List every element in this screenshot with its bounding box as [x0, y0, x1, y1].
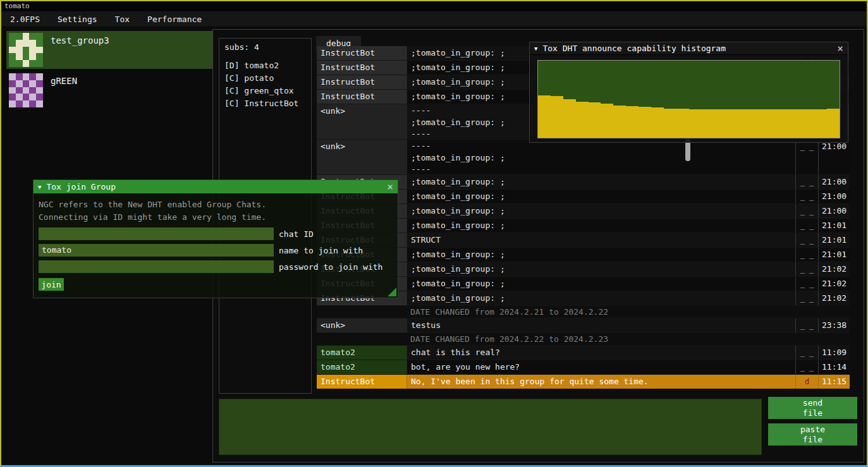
avatar-pixel	[23, 40, 30, 47]
subs-member[interactable]: [C] green_qtox	[224, 85, 306, 97]
paste-file-button[interactable]: paste file	[768, 423, 857, 446]
message-input[interactable]	[219, 399, 762, 455]
avatar-pixel	[36, 33, 43, 40]
avatar-pixel	[23, 60, 30, 67]
chat-row: tomato2 bot, are you new here? _ _ 11:14	[317, 360, 850, 375]
avatar-pixel	[36, 60, 43, 67]
avatar-pixel	[23, 73, 30, 80]
join-name-input[interactable]: tomato	[39, 244, 274, 257]
histogram-bar	[551, 96, 563, 138]
avatar-pixel	[29, 100, 36, 107]
join-window-title: Tox join Group	[46, 182, 387, 191]
subs-member[interactable]: [C] potato	[224, 72, 306, 85]
avatar-pixel	[29, 87, 36, 94]
chat-row-message: ;tomato_in_group: ;	[406, 262, 795, 276]
avatar-pixel	[36, 47, 43, 54]
join-button[interactable]: join	[39, 278, 64, 291]
avatar-pixel	[23, 87, 30, 94]
chat-row-message: ;tomato_in_group: ;	[406, 277, 795, 291]
chat-row-time: 21:00	[818, 190, 850, 203]
histogram-bar	[651, 107, 664, 138]
histogram-bar	[802, 109, 814, 138]
menubar: 2.0FPSSettingsToxPerformance	[1, 11, 867, 27]
chat-row-message: testus	[406, 318, 795, 332]
chat-row-message: chat is this real?	[406, 346, 795, 360]
chat-row: <unk> ---- ;tomato_in_group: ; ---- _ _ …	[317, 140, 850, 175]
chat-row-message: bot, are you new here?	[406, 360, 795, 374]
collapse-icon[interactable]: ▼	[534, 45, 537, 52]
chat-row-author: tomato2	[317, 346, 406, 360]
avatar-pixel	[36, 40, 43, 47]
subs-member[interactable]: [C] InstructBot	[224, 97, 306, 110]
chat-row-time: 21:01	[818, 248, 850, 262]
chat-row-message: ;tomato_in_group: ;	[406, 248, 795, 262]
close-icon[interactable]: ×	[387, 182, 393, 192]
menu-item-performance[interactable]: Performance	[138, 11, 211, 27]
histogram-bar	[626, 106, 639, 138]
date-separator-text: DATE CHANGED from 2024.2.21 to 2024.2.22	[410, 306, 608, 318]
histogram-bar	[676, 109, 689, 138]
chat-row-flags: _ _	[795, 219, 818, 233]
chat-row-message: STRUCT	[406, 233, 795, 247]
chat-id-input[interactable]	[39, 227, 274, 240]
avatar-pixel	[9, 94, 16, 100]
histogram-bar	[538, 95, 551, 138]
avatar-pixel	[9, 33, 16, 40]
histogram-bar	[777, 109, 790, 138]
chat-row: InstructBot No, I've been in this group …	[317, 375, 850, 389]
avatar-pixel	[29, 60, 36, 67]
histogram-bar	[764, 109, 777, 138]
menu-item-2-0fps: 2.0FPS	[1, 11, 49, 27]
histogram-bar	[814, 109, 827, 138]
avatar-pixel	[16, 53, 23, 60]
histogram-bar	[714, 109, 726, 138]
chat-row-author: <unk>	[317, 140, 406, 174]
join-password-input[interactable]	[39, 260, 274, 273]
histogram-bar	[689, 109, 702, 138]
avatar-pixel	[16, 100, 23, 107]
chat-row-time: 11:14	[818, 360, 850, 374]
group-avatar	[9, 73, 43, 107]
app-window: tomato 2.0FPSSettingsToxPerformance test…	[0, 0, 868, 467]
window-title: tomato	[4, 2, 30, 10]
chat-row-flags: _ _	[795, 360, 818, 374]
avatar-pixel	[23, 94, 30, 100]
join-info-line-2: Connecting via ID might take a very long…	[39, 211, 393, 224]
subs-member[interactable]: [D] tomato2	[224, 59, 306, 72]
histogram-window: ▼ Tox DHT announce capability histogram …	[529, 42, 848, 143]
chat-row-time: 21:02	[818, 277, 850, 291]
histogram-bar	[827, 109, 840, 138]
avatar-pixel	[23, 33, 30, 40]
chat-row-flags: _ _	[795, 291, 818, 305]
chat-row-time: 21:02	[818, 291, 850, 305]
menu-item-tox[interactable]: Tox	[106, 11, 138, 27]
histogram-bar	[664, 109, 676, 138]
chat-row-time: 11:15	[818, 375, 850, 389]
histogram-window-titlebar[interactable]: ▼ Tox DHT announce capability histogram …	[530, 42, 848, 55]
sidebar-group-test_group3[interactable]: test_group3	[6, 31, 212, 69]
join-info-line-1: NGC refers to the New DHT enabled Group …	[39, 198, 393, 211]
chat-row-time: 21:00	[818, 140, 850, 174]
menu-item-settings[interactable]: Settings	[49, 11, 106, 27]
chat-row-flags: d	[795, 375, 818, 389]
join-window-titlebar[interactable]: ▼ Tox join Group ×	[34, 180, 398, 193]
chat-row-time: 21:00	[818, 204, 850, 218]
chat-row-flags: _ _	[795, 262, 818, 276]
join-window-body: NGC refers to the New DHT enabled Group …	[34, 193, 398, 296]
histogram-bar	[790, 109, 802, 138]
collapse-icon[interactable]: ▼	[38, 184, 41, 190]
avatar-pixel	[23, 53, 30, 60]
avatar-pixel	[16, 47, 23, 54]
chat-row-author: InstructBot	[317, 90, 406, 104]
group-avatar	[9, 33, 43, 67]
sidebar-group-green[interactable]: gREEN	[6, 71, 212, 109]
window-titlebar: tomato	[1, 1, 867, 11]
chat-row-author: tomato2	[317, 360, 406, 374]
chat-date-separator: DATE CHANGED from 2024.2.22 to 2024.2.23	[317, 333, 850, 346]
send-file-button[interactable]: send file	[768, 397, 857, 419]
chat-row-message: ---- ;tomato_in_group: ; ----	[406, 140, 795, 174]
close-icon[interactable]: ×	[837, 44, 843, 54]
resize-grip[interactable]	[388, 288, 396, 296]
avatar-pixel	[23, 47, 30, 54]
group-name: gREEN	[51, 76, 77, 86]
